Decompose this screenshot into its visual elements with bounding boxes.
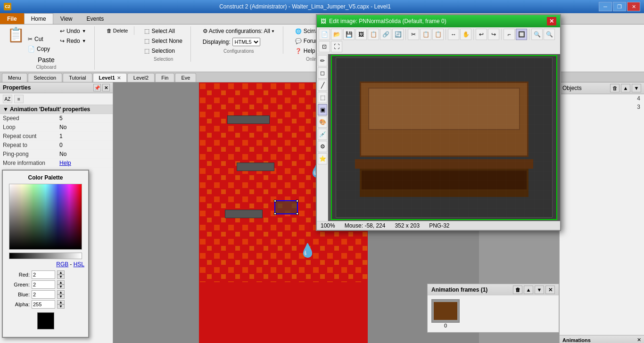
tool-eyedropper[interactable]: 💉 [318, 129, 327, 140]
green-spinner[interactable]: ▲ ▼ [57, 280, 65, 289]
tab-tutorial[interactable]: Tutorial [63, 73, 92, 82]
tool-rect[interactable]: ▣ [318, 104, 327, 115]
prop-section-animation[interactable]: ▼ Animation 'Default' properties [0, 105, 113, 114]
green-down-button[interactable]: ▼ [57, 285, 65, 289]
dialog-close-button[interactable]: ✕ [547, 17, 556, 25]
blue-input[interactable] [32, 290, 55, 299]
tab-home[interactable]: Home [24, 13, 53, 24]
properties-pin-button[interactable]: 📌 [93, 84, 101, 91]
tab-file[interactable]: File [0, 13, 24, 24]
tool-zoom-in[interactable]: 🔍 [544, 29, 555, 40]
red-input[interactable] [32, 270, 55, 279]
tool-new[interactable]: 📄 [319, 29, 330, 40]
redo-button[interactable]: ↪ Redo ▼ [58, 36, 89, 46]
copy-button[interactable]: 📄 Copy [25, 44, 52, 54]
tab-view[interactable]: View [53, 13, 80, 24]
tab-level1[interactable]: Level1 ✕ [93, 73, 127, 82]
select-none-button[interactable]: ⬚ Select None [142, 36, 184, 46]
properties-close-button[interactable]: ✕ [102, 84, 110, 91]
frame-move-up-button[interactable]: ▲ [524, 286, 533, 294]
tool-undo[interactable]: ↩ [476, 29, 487, 40]
tool-star[interactable]: ⭐ [318, 153, 327, 164]
active-config-dropdown[interactable]: ⚙ Active configurations: All ▼ [200, 26, 277, 36]
close-button[interactable]: ✕ [627, 2, 640, 11]
undo-button[interactable]: ↩ Undo ▼ [58, 26, 89, 36]
tool-fill[interactable]: 🎨 [318, 116, 327, 128]
tool-link[interactable]: 🔗 [380, 29, 391, 40]
tab-fin[interactable]: Fin [155, 73, 174, 82]
current-color-swatch[interactable] [37, 312, 54, 329]
blue-up-button[interactable]: ▲ [57, 290, 65, 294]
tool-cut[interactable]: ✂ [408, 29, 419, 40]
minimize-button[interactable]: ─ [599, 2, 612, 11]
tab-level2[interactable]: Level2 [127, 73, 155, 82]
blue-spinner[interactable]: ▲ ▼ [57, 290, 65, 299]
tool-reload[interactable]: 🔄 [392, 29, 404, 40]
green-up-button[interactable]: ▲ [57, 280, 65, 285]
tool-zoom-out[interactable]: 🔍 [531, 29, 543, 40]
tool-select[interactable]: 🔲 [516, 29, 527, 40]
objects-delete-button[interactable]: 🗑 [610, 84, 619, 92]
frame-move-down-button[interactable]: ▼ [535, 286, 544, 294]
red-down-button[interactable]: ▼ [57, 275, 65, 279]
alpha-spinner[interactable]: ▲ ▼ [57, 300, 65, 309]
tool-redo[interactable]: ↪ [488, 29, 499, 40]
sort-az-button[interactable]: AZ [3, 95, 12, 103]
alpha-up-button[interactable]: ▲ [57, 300, 65, 304]
tool-fullscreen[interactable]: ⛶ [331, 41, 342, 52]
tool-eraser[interactable]: ◻ [318, 67, 327, 79]
objects-up-button[interactable]: ▲ [621, 84, 630, 92]
selection-label: Selection [151, 48, 174, 54]
close-level1-icon[interactable]: ✕ [117, 75, 121, 81]
tab-eve[interactable]: Eve [175, 73, 196, 82]
delete-button[interactable]: 🗑 Delete [104, 26, 131, 35]
tool-zoom-fit[interactable]: ⊡ [319, 41, 330, 52]
more-info-link[interactable]: Help [59, 160, 110, 166]
dialog-canvas-area[interactable] [328, 54, 560, 221]
frame-delete-button[interactable]: 🗑 [513, 286, 522, 294]
repeat-to-label: Repeat to [3, 142, 59, 148]
rgb-link[interactable]: RGB [56, 261, 68, 268]
paste-button[interactable]: 📋 ✂ Cut 📄 Copy [4, 26, 56, 55]
tool-rect-select[interactable]: ⬚ [318, 92, 327, 103]
tab-menu[interactable]: Menu [2, 73, 27, 82]
tab-events[interactable]: Events [79, 13, 111, 24]
animations-close-button[interactable]: ✕ [637, 337, 641, 343]
tool-open[interactable]: 📂 [331, 29, 342, 40]
tool-move[interactable]: ↔ [448, 29, 459, 40]
frames-close-button[interactable]: ✕ [545, 286, 555, 294]
restore-button[interactable]: ❐ [613, 2, 626, 11]
red-spinner[interactable]: ▲ ▼ [57, 270, 65, 279]
selection-items: ⬚ Select All ⬚ Select None ⬚ Selection [142, 26, 184, 56]
tool-pencil[interactable]: ✏ [318, 55, 327, 66]
tool-image[interactable]: 🖼 [355, 29, 367, 40]
html5-select[interactable]: HTML5 [232, 38, 260, 46]
tool-gear[interactable]: ⚙ [318, 141, 327, 152]
tab-seleccion[interactable]: Seleccion [28, 73, 63, 82]
alpha-down-button[interactable]: ▼ [57, 304, 65, 309]
window-controls[interactable]: ─ ❐ ✕ [599, 2, 640, 11]
tool-copy2[interactable]: 📋 [432, 29, 444, 40]
alpha-input[interactable] [32, 300, 55, 309]
tool-line[interactable]: ╱ [318, 80, 327, 91]
tool-crop[interactable]: ⌐ [504, 29, 515, 40]
tool-copy[interactable]: 📋 [368, 29, 379, 40]
red-up-button[interactable]: ▲ [57, 270, 65, 275]
blue-down-button[interactable]: ▼ [57, 294, 65, 299]
color-palette-title: Color Palette [7, 174, 84, 181]
hsl-link[interactable]: HSL [74, 261, 84, 268]
cut-button[interactable]: ✂ Cut [25, 34, 52, 44]
sort-category-button[interactable]: ≡ [14, 95, 24, 103]
tool-hand[interactable]: ✋ [460, 29, 471, 40]
objects-down-button[interactable]: ▼ [632, 84, 641, 92]
tool-save[interactable]: 💾 [343, 29, 355, 40]
frame-0[interactable]: 0 [431, 299, 460, 328]
dialog-title-bar: 🖼 Edit image: PNNormalSolida (Default, f… [317, 15, 560, 27]
mouse-status: Mouse: -58, 224 [345, 222, 386, 229]
color-gradient-picker[interactable] [9, 184, 82, 250]
select-all-button[interactable]: ⬚ Select All [142, 26, 184, 36]
green-input[interactable] [32, 280, 55, 289]
color-grayscale-bar[interactable] [9, 253, 82, 259]
selection-button[interactable]: ⬚ Selection [142, 46, 184, 56]
tool-paste[interactable]: 📋 [420, 29, 431, 40]
